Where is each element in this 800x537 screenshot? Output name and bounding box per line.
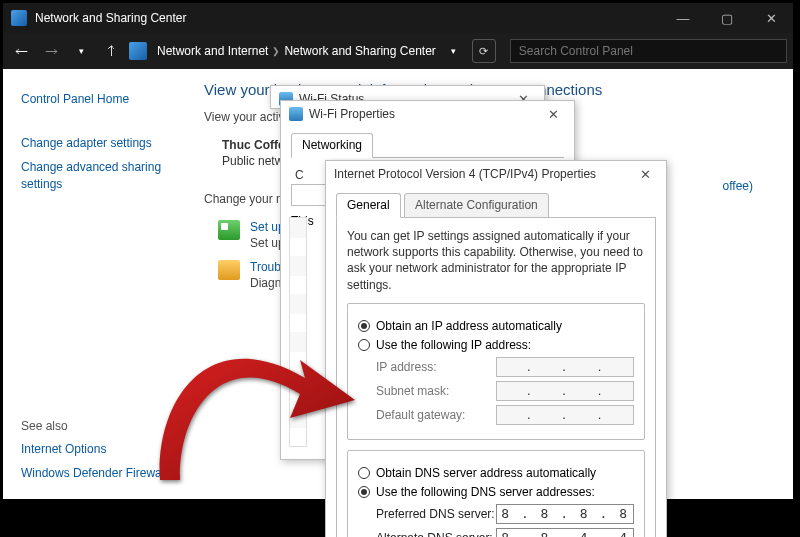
forward-button[interactable]: 🡒 — [39, 39, 63, 63]
tab-networking[interactable]: Networking — [291, 133, 373, 158]
ip-group: Obtain an IP address automatically Use t… — [347, 303, 645, 440]
setup-icon — [218, 220, 240, 240]
chevron-right-icon: ❯ — [272, 46, 280, 56]
search-input[interactable] — [510, 39, 787, 63]
ipv4-desc: You can get IP settings assigned automat… — [347, 228, 645, 293]
ipv4-close[interactable]: ✕ — [630, 167, 660, 182]
network-icon — [11, 10, 27, 26]
ipv4-title: Internet Protocol Version 4 (TCP/IPv4) P… — [334, 167, 596, 181]
ip-address-label: IP address: — [376, 360, 496, 374]
link-change-adapter[interactable]: Change adapter settings — [21, 135, 178, 151]
crumb-network-internet[interactable]: Network and Internet — [157, 44, 268, 58]
field-pref-dns: Preferred DNS server:8 . 8 . 8 . 8 — [376, 504, 634, 524]
ip-address-input: ... — [496, 357, 634, 377]
see-also-heading: See also — [21, 419, 167, 433]
field-alt-dns: Alternate DNS server:8 . 8 . 4 . 4 — [376, 528, 634, 537]
field-ip-address: IP address:... — [376, 357, 634, 377]
subnet-input: ... — [496, 381, 634, 401]
search-box[interactable] — [510, 39, 787, 63]
wifi-props-title: Wi-Fi Properties — [309, 107, 395, 121]
subnet-label: Subnet mask: — [376, 384, 496, 398]
tab-alt-config[interactable]: Alternate Configuration — [404, 193, 549, 218]
radio-use-dns[interactable]: Use the following DNS server addresses: — [358, 485, 634, 499]
back-button[interactable]: 🡐 — [9, 39, 33, 63]
radio-auto-dns-label: Obtain DNS server address automatically — [376, 466, 596, 480]
dns-group: Obtain DNS server address automatically … — [347, 450, 645, 537]
adapter-icon — [296, 188, 310, 202]
ipv4-title-bar[interactable]: Internet Protocol Version 4 (TCP/IPv4) P… — [326, 161, 666, 187]
maximize-button[interactable]: ▢ — [705, 3, 749, 33]
link-change-sharing[interactable]: Change advanced sharing settings — [21, 159, 178, 191]
pref-dns-label: Preferred DNS server: — [376, 507, 496, 521]
radio-auto-ip-label: Obtain an IP address automatically — [376, 319, 562, 333]
link-defender-firewall[interactable]: Windows Defender Firewall — [21, 465, 167, 481]
minimize-button[interactable]: — — [661, 3, 705, 33]
wifi-props-title-bar[interactable]: Wi-Fi Properties ✕ — [281, 101, 574, 127]
window-title: Network and Sharing Center — [35, 11, 186, 25]
pref-dns-input[interactable]: 8 . 8 . 8 . 8 — [496, 504, 634, 524]
crumb-dropdown[interactable]: ▾ — [442, 39, 466, 63]
title-bar: Network and Sharing Center — ▢ ✕ — [3, 3, 793, 33]
connection-link[interactable]: offee) — [723, 179, 753, 193]
up-button[interactable]: 🡑 — [99, 39, 123, 63]
see-also: See also Internet Options Windows Defend… — [21, 419, 167, 489]
alt-dns-input[interactable]: 8 . 8 . 4 . 4 — [496, 528, 634, 537]
close-button[interactable]: ✕ — [749, 3, 793, 33]
troubleshoot-icon — [218, 260, 240, 280]
annotation-arrow — [150, 290, 370, 480]
tab-general[interactable]: General — [336, 193, 401, 218]
link-internet-options[interactable]: Internet Options — [21, 441, 167, 457]
history-button[interactable]: ▾ — [69, 39, 93, 63]
field-gateway: Default gateway:... — [376, 405, 634, 425]
radio-use-ip-label: Use the following IP address: — [376, 338, 531, 352]
breadcrumb: Network and Internet ❯ Network and Shari… — [157, 44, 436, 58]
field-subnet: Subnet mask:... — [376, 381, 634, 401]
gateway-input: ... — [496, 405, 634, 425]
radio-use-ip[interactable]: Use the following IP address: — [358, 338, 634, 352]
wifi-props-icon — [289, 107, 303, 121]
alt-dns-label: Alternate DNS server: — [376, 531, 496, 537]
link-control-panel-home[interactable]: Control Panel Home — [21, 91, 178, 107]
wifi-props-close[interactable]: ✕ — [538, 107, 568, 122]
radio-auto-ip[interactable]: Obtain an IP address automatically — [358, 319, 634, 333]
breadcrumb-icon — [129, 42, 147, 60]
refresh-button[interactable]: ⟳ — [472, 39, 496, 63]
nav-bar: 🡐 🡒 ▾ 🡑 Network and Internet ❯ Network a… — [3, 33, 793, 69]
radio-use-dns-label: Use the following DNS server addresses: — [376, 485, 595, 499]
gateway-label: Default gateway: — [376, 408, 496, 422]
crumb-network-sharing[interactable]: Network and Sharing Center — [284, 44, 435, 58]
ipv4-dialog: Internet Protocol Version 4 (TCP/IPv4) P… — [325, 160, 667, 537]
radio-auto-dns[interactable]: Obtain DNS server address automatically — [358, 466, 634, 480]
